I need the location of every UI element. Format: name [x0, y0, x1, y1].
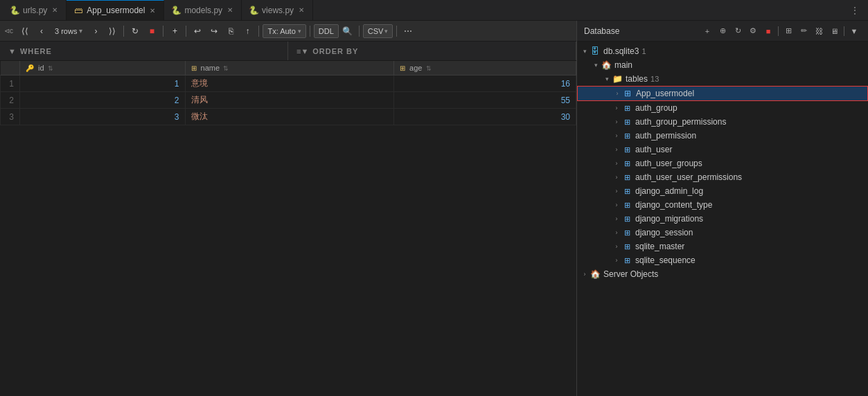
cell-age[interactable]: 55	[394, 92, 576, 109]
table-row[interactable]: 3 3 微汰 30	[1, 109, 576, 125]
tab-views[interactable]: 🐍 views.py ✕	[242, 0, 313, 20]
cell-age[interactable]: 30	[394, 109, 576, 125]
table-icon: ⊞	[621, 255, 632, 266]
tab-models[interactable]: 🐍 models.py ✕	[164, 0, 242, 20]
table-body: 1 1 意境 16 2 2 清风 55 3 3 微汰 30	[1, 75, 576, 125]
cell-id[interactable]: 2	[20, 92, 186, 109]
name-sort[interactable]: ⇅	[223, 65, 229, 72]
tree-table-item[interactable]: › ⊞ auth_user_groups	[577, 156, 868, 170]
item-arrow[interactable]: ›	[612, 200, 621, 210]
rows-badge[interactable]: 3 rows ▾	[51, 27, 87, 35]
tree-table-item[interactable]: › ⊞ sqlite_sequence	[577, 253, 868, 267]
ddl-btn[interactable]: DDL	[314, 24, 339, 38]
db-toolbar: + ⊕ ↻ ⚙ ■ ⊞ ✏ ⛓ 🖥 ▼	[700, 24, 861, 38]
tree-table-item[interactable]: › ⊞ auth_group_permissions	[577, 115, 868, 129]
tab-more[interactable]: ⋮	[844, 5, 865, 16]
cell-name[interactable]: 意境	[185, 75, 394, 92]
db-filter-btn[interactable]: ▼	[847, 24, 861, 38]
cell-age[interactable]: 16	[394, 75, 576, 92]
col-age-label: age	[409, 64, 422, 72]
cell-name[interactable]: 微汰	[185, 109, 394, 125]
nav-last-btn[interactable]: ⟩⟩	[105, 24, 120, 39]
db-add-btn[interactable]: +	[700, 24, 714, 38]
cell-name[interactable]: 清风	[185, 92, 394, 109]
id-sort[interactable]: ⇅	[48, 65, 53, 72]
tree-table-item[interactable]: › ⊞ django_admin_log	[577, 184, 868, 198]
col-name[interactable]: ⊞ name ⇅	[185, 61, 394, 75]
db-refresh-btn[interactable]: ↻	[731, 24, 745, 38]
tables-arrow[interactable]: ▾	[602, 74, 612, 84]
db-grid-btn[interactable]: ⊞	[781, 24, 795, 38]
row-num: 3	[1, 109, 20, 125]
refresh-btn[interactable]: ↻	[127, 24, 143, 39]
tree-table-item[interactable]: › ⊞ sqlite_master	[577, 240, 868, 253]
item-arrow[interactable]: ›	[612, 186, 621, 196]
table-row[interactable]: 2 2 清风 55	[1, 92, 576, 109]
filter-bar: ▼ WHERE ≡▼ ORDER BY	[0, 42, 576, 61]
item-arrow[interactable]: ›	[612, 214, 621, 224]
item-arrow[interactable]: ›	[612, 145, 621, 154]
server-objects-label: Server Objects	[603, 269, 658, 279]
cell-id[interactable]: 3	[20, 109, 186, 125]
tree-table-item[interactable]: › ⊞ django_session	[577, 226, 868, 240]
add-row-btn[interactable]: +	[167, 24, 182, 39]
tab-urls[interactable]: 🐍 urls.py ✕	[3, 0, 67, 20]
item-arrow[interactable]: ›	[612, 172, 621, 182]
item-arrow[interactable]: ›	[612, 103, 621, 113]
db-pencil-btn[interactable]: ✏	[797, 24, 811, 38]
stop-btn[interactable]: ■	[144, 24, 159, 39]
tree-app-usermodel[interactable]: › ⊞ App_usermodel	[577, 86, 868, 101]
tx-dropdown[interactable]: Tx: Auto ▾	[263, 24, 305, 38]
tab-usermodel-close[interactable]: ✕	[148, 6, 157, 15]
more-btn[interactable]: ⋯	[400, 24, 416, 39]
server-arrow[interactable]: ›	[580, 269, 590, 279]
app-usermodel-arrow[interactable]: ›	[612, 89, 622, 98]
tree-table-item[interactable]: › ⊞ django_migrations	[577, 212, 868, 226]
table-icon: ⊞	[621, 186, 632, 197]
table-name-label: auth_user_user_permissions	[635, 172, 742, 182]
tree-tables[interactable]: ▾ 📁 tables 13	[577, 72, 868, 86]
tree-table-item[interactable]: › ⊞ auth_group	[577, 101, 868, 115]
sep7	[396, 26, 397, 37]
item-arrow[interactable]: ›	[612, 228, 621, 237]
tab-urls-close[interactable]: ✕	[51, 6, 59, 15]
search-btn[interactable]: 🔍	[340, 24, 355, 39]
schema-arrow[interactable]: ▾	[591, 60, 601, 70]
db-copy-btn[interactable]: ⊕	[716, 24, 729, 38]
db-edit2-btn[interactable]: ⚙	[746, 24, 760, 38]
col-id[interactable]: 🔑 id ⇅	[20, 61, 186, 75]
tree-table-item[interactable]: › ⊞ auth_user_user_permissions	[577, 170, 868, 184]
tree-table-item[interactable]: › ⊞ auth_user	[577, 143, 868, 156]
tree-table-item[interactable]: › ⊞ auth_permission	[577, 129, 868, 143]
scroll-indicator: ⊲c	[4, 27, 13, 35]
tables-label: tables	[626, 74, 648, 84]
csv-btn[interactable]: CSV ▾	[363, 24, 393, 38]
cell-id[interactable]: 1	[20, 75, 186, 92]
item-arrow[interactable]: ›	[612, 131, 621, 141]
nav-prev-btn[interactable]: ‹	[34, 24, 49, 39]
up-btn[interactable]: ↑	[240, 24, 255, 39]
item-arrow[interactable]: ›	[612, 242, 621, 251]
nav-next-btn[interactable]: ›	[88, 24, 103, 39]
item-arrow[interactable]: ›	[612, 255, 621, 265]
tree-table-item[interactable]: › ⊞ django_content_type	[577, 198, 868, 212]
db-monitor-btn[interactable]: 🖥	[827, 24, 841, 38]
tree-root[interactable]: ▾ 🗄 db.sqlite3 1	[577, 44, 868, 58]
undo-btn[interactable]: ↩	[190, 24, 205, 39]
tab-models-close[interactable]: ✕	[226, 6, 234, 15]
age-sort[interactable]: ⇅	[426, 65, 432, 72]
redo-btn[interactable]: ↪	[206, 24, 222, 39]
tab-app-usermodel[interactable]: 🗃 App_usermodel ✕	[67, 0, 164, 20]
copy-btn[interactable]: ⎘	[223, 24, 238, 39]
tab-views-close[interactable]: ✕	[297, 6, 305, 15]
col-age[interactable]: ⊞ age ⇅	[394, 61, 576, 75]
item-arrow[interactable]: ›	[612, 159, 621, 168]
item-arrow[interactable]: ›	[612, 117, 621, 127]
db-stop-btn[interactable]: ■	[761, 24, 775, 38]
tree-server-objects[interactable]: › 🏠 Server Objects	[577, 267, 868, 281]
tree-schema[interactable]: ▾ 🏠 main	[577, 58, 868, 72]
root-arrow[interactable]: ▾	[580, 46, 590, 56]
db-link-btn[interactable]: ⛓	[812, 24, 826, 38]
nav-first-btn[interactable]: ⟨⟨	[17, 24, 33, 39]
table-row[interactable]: 1 1 意境 16	[1, 75, 576, 92]
